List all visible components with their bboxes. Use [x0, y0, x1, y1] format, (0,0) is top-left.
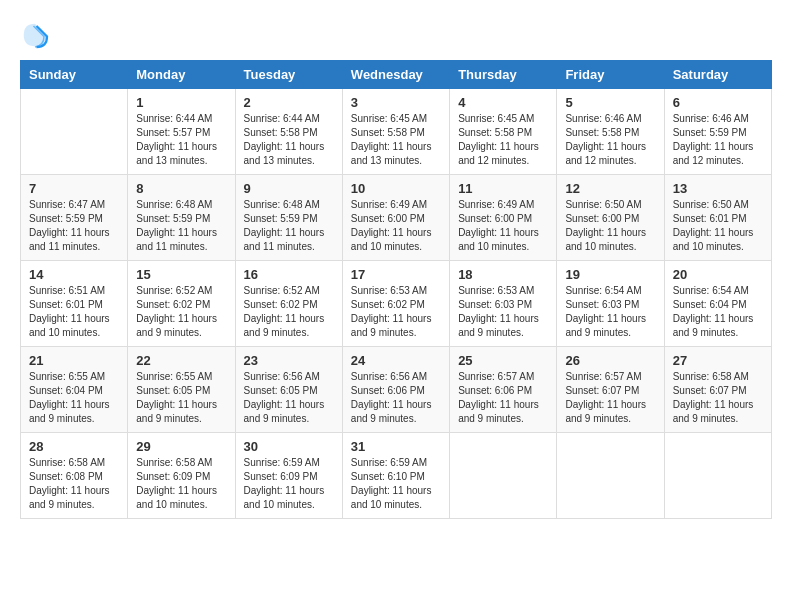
day-number: 3: [351, 95, 441, 110]
calendar-cell: 20Sunrise: 6:54 AM Sunset: 6:04 PM Dayli…: [664, 261, 771, 347]
calendar-cell: 13Sunrise: 6:50 AM Sunset: 6:01 PM Dayli…: [664, 175, 771, 261]
calendar-cell: [664, 433, 771, 519]
day-number: 24: [351, 353, 441, 368]
day-number: 18: [458, 267, 548, 282]
calendar-cell: 5Sunrise: 6:46 AM Sunset: 5:58 PM Daylig…: [557, 89, 664, 175]
calendar-cell: 10Sunrise: 6:49 AM Sunset: 6:00 PM Dayli…: [342, 175, 449, 261]
calendar-cell: 31Sunrise: 6:59 AM Sunset: 6:10 PM Dayli…: [342, 433, 449, 519]
day-number: 7: [29, 181, 119, 196]
day-number: 17: [351, 267, 441, 282]
day-info: Sunrise: 6:50 AM Sunset: 6:00 PM Dayligh…: [565, 198, 655, 254]
calendar-cell: [557, 433, 664, 519]
day-number: 10: [351, 181, 441, 196]
day-info: Sunrise: 6:52 AM Sunset: 6:02 PM Dayligh…: [244, 284, 334, 340]
day-info: Sunrise: 6:53 AM Sunset: 6:02 PM Dayligh…: [351, 284, 441, 340]
day-number: 9: [244, 181, 334, 196]
day-number: 19: [565, 267, 655, 282]
day-number: 29: [136, 439, 226, 454]
logo: [20, 20, 54, 50]
day-number: 27: [673, 353, 763, 368]
page-header: [20, 20, 772, 50]
calendar-cell: 4Sunrise: 6:45 AM Sunset: 5:58 PM Daylig…: [450, 89, 557, 175]
calendar: SundayMondayTuesdayWednesdayThursdayFrid…: [20, 60, 772, 519]
day-number: 30: [244, 439, 334, 454]
day-number: 8: [136, 181, 226, 196]
day-number: 13: [673, 181, 763, 196]
day-number: 14: [29, 267, 119, 282]
calendar-cell: 12Sunrise: 6:50 AM Sunset: 6:00 PM Dayli…: [557, 175, 664, 261]
day-info: Sunrise: 6:57 AM Sunset: 6:07 PM Dayligh…: [565, 370, 655, 426]
calendar-cell: 11Sunrise: 6:49 AM Sunset: 6:00 PM Dayli…: [450, 175, 557, 261]
calendar-cell: 6Sunrise: 6:46 AM Sunset: 5:59 PM Daylig…: [664, 89, 771, 175]
calendar-header-sunday: Sunday: [21, 61, 128, 89]
calendar-cell: 21Sunrise: 6:55 AM Sunset: 6:04 PM Dayli…: [21, 347, 128, 433]
day-info: Sunrise: 6:50 AM Sunset: 6:01 PM Dayligh…: [673, 198, 763, 254]
day-number: 12: [565, 181, 655, 196]
calendar-cell: 3Sunrise: 6:45 AM Sunset: 5:58 PM Daylig…: [342, 89, 449, 175]
calendar-cell: 19Sunrise: 6:54 AM Sunset: 6:03 PM Dayli…: [557, 261, 664, 347]
calendar-cell: 27Sunrise: 6:58 AM Sunset: 6:07 PM Dayli…: [664, 347, 771, 433]
calendar-cell: 25Sunrise: 6:57 AM Sunset: 6:06 PM Dayli…: [450, 347, 557, 433]
day-info: Sunrise: 6:57 AM Sunset: 6:06 PM Dayligh…: [458, 370, 548, 426]
day-info: Sunrise: 6:55 AM Sunset: 6:04 PM Dayligh…: [29, 370, 119, 426]
calendar-cell: 1Sunrise: 6:44 AM Sunset: 5:57 PM Daylig…: [128, 89, 235, 175]
calendar-header-tuesday: Tuesday: [235, 61, 342, 89]
calendar-cell: 2Sunrise: 6:44 AM Sunset: 5:58 PM Daylig…: [235, 89, 342, 175]
day-info: Sunrise: 6:56 AM Sunset: 6:06 PM Dayligh…: [351, 370, 441, 426]
day-number: 6: [673, 95, 763, 110]
day-info: Sunrise: 6:46 AM Sunset: 5:59 PM Dayligh…: [673, 112, 763, 168]
calendar-cell: 28Sunrise: 6:58 AM Sunset: 6:08 PM Dayli…: [21, 433, 128, 519]
calendar-cell: 30Sunrise: 6:59 AM Sunset: 6:09 PM Dayli…: [235, 433, 342, 519]
day-number: 21: [29, 353, 119, 368]
day-info: Sunrise: 6:55 AM Sunset: 6:05 PM Dayligh…: [136, 370, 226, 426]
day-info: Sunrise: 6:54 AM Sunset: 6:03 PM Dayligh…: [565, 284, 655, 340]
day-info: Sunrise: 6:45 AM Sunset: 5:58 PM Dayligh…: [458, 112, 548, 168]
day-info: Sunrise: 6:49 AM Sunset: 6:00 PM Dayligh…: [458, 198, 548, 254]
day-number: 4: [458, 95, 548, 110]
day-number: 11: [458, 181, 548, 196]
day-info: Sunrise: 6:48 AM Sunset: 5:59 PM Dayligh…: [136, 198, 226, 254]
calendar-header-wednesday: Wednesday: [342, 61, 449, 89]
day-info: Sunrise: 6:52 AM Sunset: 6:02 PM Dayligh…: [136, 284, 226, 340]
day-info: Sunrise: 6:59 AM Sunset: 6:10 PM Dayligh…: [351, 456, 441, 512]
day-info: Sunrise: 6:49 AM Sunset: 6:00 PM Dayligh…: [351, 198, 441, 254]
calendar-header-thursday: Thursday: [450, 61, 557, 89]
calendar-header-saturday: Saturday: [664, 61, 771, 89]
day-info: Sunrise: 6:45 AM Sunset: 5:58 PM Dayligh…: [351, 112, 441, 168]
calendar-cell: 7Sunrise: 6:47 AM Sunset: 5:59 PM Daylig…: [21, 175, 128, 261]
calendar-cell: 9Sunrise: 6:48 AM Sunset: 5:59 PM Daylig…: [235, 175, 342, 261]
day-info: Sunrise: 6:53 AM Sunset: 6:03 PM Dayligh…: [458, 284, 548, 340]
day-info: Sunrise: 6:51 AM Sunset: 6:01 PM Dayligh…: [29, 284, 119, 340]
calendar-week-row: 21Sunrise: 6:55 AM Sunset: 6:04 PM Dayli…: [21, 347, 772, 433]
day-number: 2: [244, 95, 334, 110]
day-info: Sunrise: 6:46 AM Sunset: 5:58 PM Dayligh…: [565, 112, 655, 168]
calendar-week-row: 14Sunrise: 6:51 AM Sunset: 6:01 PM Dayli…: [21, 261, 772, 347]
calendar-cell: [21, 89, 128, 175]
calendar-week-row: 7Sunrise: 6:47 AM Sunset: 5:59 PM Daylig…: [21, 175, 772, 261]
calendar-cell: 15Sunrise: 6:52 AM Sunset: 6:02 PM Dayli…: [128, 261, 235, 347]
day-info: Sunrise: 6:58 AM Sunset: 6:09 PM Dayligh…: [136, 456, 226, 512]
logo-icon: [20, 20, 50, 50]
calendar-cell: 29Sunrise: 6:58 AM Sunset: 6:09 PM Dayli…: [128, 433, 235, 519]
calendar-week-row: 1Sunrise: 6:44 AM Sunset: 5:57 PM Daylig…: [21, 89, 772, 175]
calendar-header-friday: Friday: [557, 61, 664, 89]
day-number: 31: [351, 439, 441, 454]
calendar-cell: 14Sunrise: 6:51 AM Sunset: 6:01 PM Dayli…: [21, 261, 128, 347]
day-number: 15: [136, 267, 226, 282]
calendar-cell: 8Sunrise: 6:48 AM Sunset: 5:59 PM Daylig…: [128, 175, 235, 261]
calendar-cell: 24Sunrise: 6:56 AM Sunset: 6:06 PM Dayli…: [342, 347, 449, 433]
day-info: Sunrise: 6:48 AM Sunset: 5:59 PM Dayligh…: [244, 198, 334, 254]
day-info: Sunrise: 6:47 AM Sunset: 5:59 PM Dayligh…: [29, 198, 119, 254]
calendar-cell: 16Sunrise: 6:52 AM Sunset: 6:02 PM Dayli…: [235, 261, 342, 347]
day-number: 23: [244, 353, 334, 368]
calendar-cell: 17Sunrise: 6:53 AM Sunset: 6:02 PM Dayli…: [342, 261, 449, 347]
calendar-week-row: 28Sunrise: 6:58 AM Sunset: 6:08 PM Dayli…: [21, 433, 772, 519]
calendar-cell: 22Sunrise: 6:55 AM Sunset: 6:05 PM Dayli…: [128, 347, 235, 433]
day-number: 22: [136, 353, 226, 368]
calendar-cell: 18Sunrise: 6:53 AM Sunset: 6:03 PM Dayli…: [450, 261, 557, 347]
day-number: 25: [458, 353, 548, 368]
day-number: 20: [673, 267, 763, 282]
calendar-header-monday: Monday: [128, 61, 235, 89]
calendar-header-row: SundayMondayTuesdayWednesdayThursdayFrid…: [21, 61, 772, 89]
day-number: 16: [244, 267, 334, 282]
